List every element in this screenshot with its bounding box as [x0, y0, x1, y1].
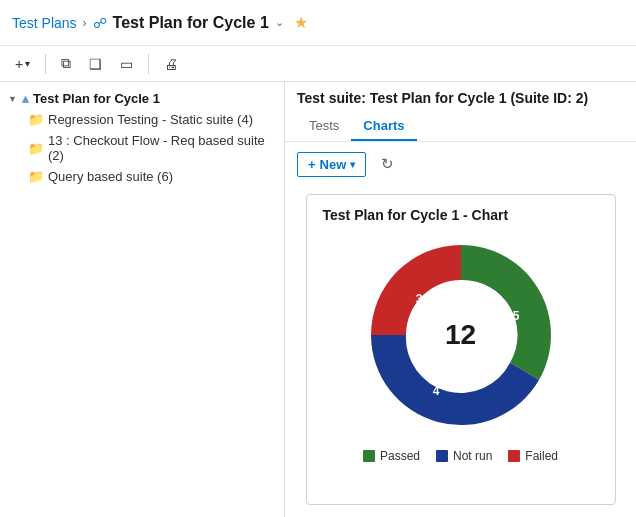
toolbar-divider-1 — [45, 54, 46, 74]
tab-tests[interactable]: Tests — [297, 112, 351, 141]
page-title: Test Plan for Cycle 1 — [113, 14, 269, 32]
tree-label-regression: Regression Testing - Static suite (4) — [48, 112, 253, 127]
tree-item-checkout[interactable]: 📁 13 : Checkout Flow - Req based suite (… — [0, 130, 284, 166]
legend-color-failed — [508, 450, 520, 462]
copy-icon: ⧉ — [61, 55, 71, 72]
legend-failed: Failed — [508, 449, 558, 463]
breadcrumb-plans-link[interactable]: Test Plans — [12, 15, 77, 31]
chart-area: Test Plan for Cycle 1 - Chart — [285, 186, 636, 517]
legend-label-notrun: Not run — [453, 449, 492, 463]
legend-passed: Passed — [363, 449, 420, 463]
main-toolbar: + ▾ ⧉ ❑ ▭ 🖨 — [0, 46, 636, 82]
tree-label-checkout: 13 : Checkout Flow - Req based suite (2) — [48, 133, 276, 163]
add-dropdown-icon: ▾ — [25, 58, 30, 69]
remove-button[interactable]: ▭ — [113, 52, 140, 76]
charts-toolbar: + New ▾ ↻ — [285, 142, 636, 186]
breadcrumb-separator: › — [83, 16, 87, 30]
root-folder-icon: ▴ — [22, 91, 29, 106]
legend-color-notrun — [436, 450, 448, 462]
donut-center-value: 12 — [445, 319, 476, 351]
expand-icon: ▼ — [8, 94, 18, 104]
legend-notrun: Not run — [436, 449, 492, 463]
toolbar-divider-2 — [148, 54, 149, 74]
title-dropdown-icon[interactable]: ⌄ — [275, 16, 284, 29]
tab-charts[interactable]: Charts — [351, 112, 416, 141]
left-tree-panel: ▼ ▴ Test Plan for Cycle 1 📁 Regression T… — [0, 82, 285, 517]
suite-title: Test suite: Test Plan for Cycle 1 (Suite… — [297, 90, 624, 106]
print-icon: 🖨 — [164, 56, 178, 72]
header: Test Plans › ☍ Test Plan for Cycle 1 ⌄ ★ — [0, 0, 636, 46]
refresh-button[interactable]: ↻ — [374, 150, 401, 178]
tree-root-item[interactable]: ▼ ▴ Test Plan for Cycle 1 — [0, 88, 284, 109]
minus-icon: ▭ — [120, 56, 133, 72]
tree-root-label: Test Plan for Cycle 1 — [33, 91, 160, 106]
legend-color-passed — [363, 450, 375, 462]
copy-button[interactable]: ⧉ — [54, 51, 78, 76]
duplicate-button[interactable]: ❑ — [82, 52, 109, 76]
add-button[interactable]: + ▾ — [8, 52, 37, 76]
tree-item-regression[interactable]: 📁 Regression Testing - Static suite (4) — [0, 109, 284, 130]
test-plan-icon: ☍ — [93, 15, 107, 31]
refresh-icon: ↻ — [381, 155, 394, 173]
legend-label-passed: Passed — [380, 449, 420, 463]
segment-passed — [461, 245, 551, 380]
donut-chart: 5 4 3 12 — [361, 235, 561, 435]
tree-label-query: Query based suite (6) — [48, 169, 173, 184]
duplicate-icon: ❑ — [89, 56, 102, 72]
plus-icon-new: + — [308, 157, 316, 172]
tab-bar: Tests Charts — [297, 112, 624, 141]
notrun-value-label: 4 — [432, 384, 439, 398]
right-header: Test suite: Test Plan for Cycle 1 (Suite… — [285, 82, 636, 142]
chart-card: Test Plan for Cycle 1 - Chart — [306, 194, 616, 505]
new-label: New — [320, 157, 347, 172]
new-dropdown-icon: ▾ — [350, 159, 355, 170]
print-button[interactable]: 🖨 — [157, 52, 185, 76]
chart-legend: Passed Not run Failed — [363, 449, 558, 463]
folder-icon-regression: 📁 — [28, 112, 44, 127]
failed-value-label: 3 — [415, 292, 422, 306]
folder-icon-checkout: 📁 — [28, 141, 44, 156]
chart-title: Test Plan for Cycle 1 - Chart — [323, 207, 509, 223]
plus-icon: + — [15, 56, 23, 72]
tree-item-query[interactable]: 📁 Query based suite (6) — [0, 166, 284, 187]
favorite-star-icon[interactable]: ★ — [294, 13, 308, 32]
breadcrumb: Test Plans › ☍ Test Plan for Cycle 1 ⌄ ★ — [12, 13, 308, 32]
folder-icon-query: 📁 — [28, 169, 44, 184]
new-chart-button[interactable]: + New ▾ — [297, 152, 366, 177]
main-layout: ▼ ▴ Test Plan for Cycle 1 📁 Regression T… — [0, 82, 636, 517]
passed-value-label: 5 — [512, 309, 519, 323]
right-panel: Test suite: Test Plan for Cycle 1 (Suite… — [285, 82, 636, 517]
legend-label-failed: Failed — [525, 449, 558, 463]
